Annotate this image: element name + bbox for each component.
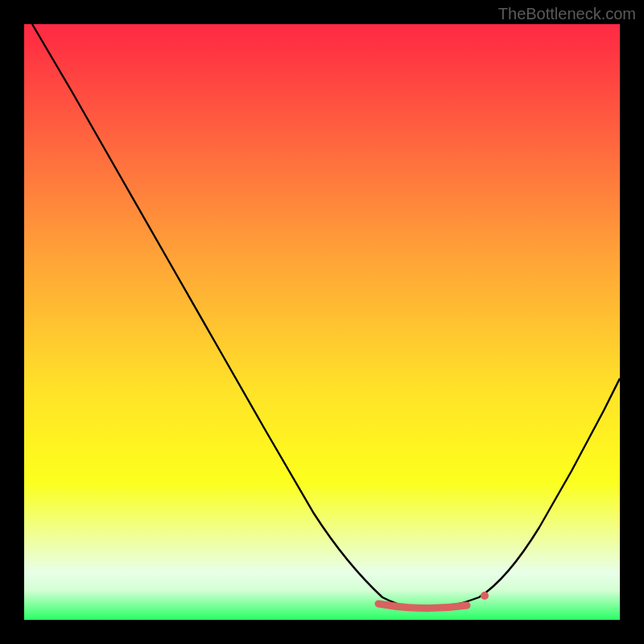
attribution-text: TheBottleneck.com [498,5,636,23]
optimal-range-marker [378,604,467,609]
bottleneck-curve [32,24,620,609]
marker-dot [481,592,489,600]
plot-area [24,24,620,620]
chart-svg [24,24,620,620]
